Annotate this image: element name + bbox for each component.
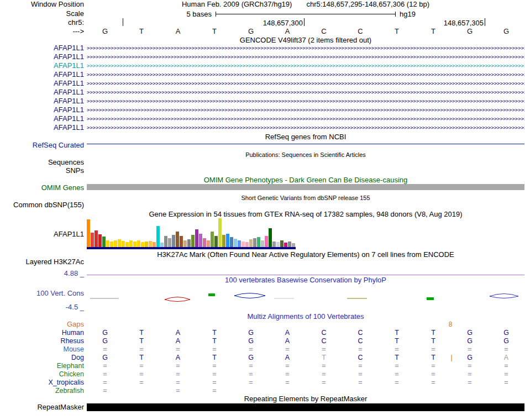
publications-snps-label[interactable]: SNPs [0,167,84,175]
gtex-tissue-bar [292,243,295,247]
ruler-tick [123,18,123,26]
gencode-track-title[interactable]: GENCODE V49lift37 (2 items filtered out) [87,36,524,44]
multiz-base-cell: T [207,354,222,361]
gtex-tissue-bar [156,226,160,247]
base-letter: T [133,28,150,35]
base-letter: T [425,28,442,35]
gencode-transcript-label[interactable]: AFAP1L1 [0,97,84,105]
gencode-transcript-label[interactable]: AFAP1L1 [0,62,84,70]
gtex-gene-label[interactable]: AFAP1L1 [0,230,84,238]
gtex-tissue-bar [87,219,90,247]
scale-value: 5 bases [138,10,212,18]
conservation-label[interactable]: 100 Vert. Cons [0,290,84,297]
gtex-gene-model[interactable] [87,247,296,249]
multiz-base-cell: G [244,354,258,361]
ruler-tick [304,18,305,26]
base-letter: A [279,28,296,35]
gencode-transcript-arrows[interactable]: >>>>>>>>>>>>>>>>>>>>>>>>>>>>>>>>>>>>>>>>… [87,98,524,104]
multiz-base-cell: = [171,387,185,395]
gencode-transcript-label[interactable]: AFAP1L1 [0,106,84,114]
repeatmasker-track-title[interactable]: Repeating Elements by RepeatMasker [87,395,524,403]
h3k27ac-signal-line [87,275,524,275]
h3k27ac-label[interactable]: Layered H3K27Ac [0,258,84,266]
gtex-tissue-bar [102,237,106,247]
gencode-transcript-arrows[interactable]: >>>>>>>>>>>>>>>>>>>>>>>>>>>>>>>>>>>>>>>>… [87,107,524,113]
multiz-base-cell: T [390,329,404,337]
repeatmasker-bar[interactable] [87,403,524,411]
gencode-transcript-arrows[interactable]: >>>>>>>>>>>>>>>>>>>>>>>>>>>>>>>>>>>>>>>>… [87,90,524,96]
refseq-track-title[interactable]: RefSeq genes from NCBI [87,133,524,141]
gencode-transcript-label[interactable]: AFAP1L1 [0,71,84,78]
window-position-label: Window Position [0,1,84,8]
coord-label-2: 148,657,305 [428,19,484,27]
repeatmasker-label[interactable]: RepeatMasker [0,403,84,411]
gencode-transcript-label[interactable]: AFAP1L1 [0,80,84,87]
multiz-species-label[interactable]: Rhesus [0,337,84,345]
gencode-transcript-arrows[interactable]: >>>>>>>>>>>>>>>>>>>>>>>>>>>>>>>>>>>>>>>>… [87,116,524,122]
gtex-tissue-bar [91,233,94,247]
h3k27ac-track-title[interactable]: H3K27Ac Mark (Often Found Near Active Re… [87,251,524,259]
multiz-base-cell: = [98,345,112,353]
multiz-base-cell: = [353,379,368,386]
gtex-tissue-bar [172,235,175,247]
gtex-tissue-bar [114,240,117,247]
multiz-species-label[interactable]: Human [0,329,84,337]
gencode-transcript-label[interactable]: AFAP1L1 [0,88,84,96]
multiz-base-cell: = [98,362,112,370]
multiz-species-label[interactable]: Elephant [0,362,84,370]
gencode-transcript-arrows[interactable]: >>>>>>>>>>>>>>>>>>>>>>>>>>>>>>>>>>>>>>>>… [87,45,524,51]
gencode-transcript-arrows[interactable]: >>>>>>>>>>>>>>>>>>>>>>>>>>>>>>>>>>>>>>>>… [87,63,524,69]
omim-track-title[interactable]: OMIM Gene Phenotypes - Dark Green Can Be… [87,176,524,184]
gtex-tissue-bar [153,242,156,247]
publications-track-title[interactable]: Publications: Sequences in Scientific Ar… [87,151,524,159]
gtex-tissue-bar [261,240,264,247]
gtex-tissue-bar [284,243,287,247]
dbsnp-label[interactable]: Common dbSNP(155) [0,201,84,209]
multiz-base-cell: = [134,345,149,353]
gtex-bars[interactable] [87,216,297,247]
multiz-species-label[interactable]: Chicken [0,370,84,378]
multiz-base-cell: = [353,362,368,370]
omim-genes-label[interactable]: OMIM Genes [0,184,84,192]
multiz-base-cell: = [98,387,112,395]
multiz-species-label[interactable]: Dog [0,354,84,361]
gtex-tissue-bar [110,242,113,247]
omim-gene-bar[interactable] [87,184,524,190]
base-letter: A [170,28,186,35]
multiz-track-title[interactable]: Multiz Alignments of 100 Vertebrates [87,313,524,321]
multiz-base-cell: = [390,345,404,353]
base-letter: C [316,28,332,35]
multiz-base-cell: G [463,337,477,345]
gencode-transcript-arrows[interactable]: >>>>>>>>>>>>>>>>>>>>>>>>>>>>>>>>>>>>>>>>… [87,54,524,60]
gencode-transcript-arrows[interactable]: >>>>>>>>>>>>>>>>>>>>>>>>>>>>>>>>>>>>>>>>… [87,125,524,131]
gencode-transcript-label[interactable]: AFAP1L1 [0,44,84,52]
gtex-tissue-bar [187,239,191,247]
gencode-transcript-arrows[interactable]: >>>>>>>>>>>>>>>>>>>>>>>>>>>>>>>>>>>>>>>>… [87,72,524,78]
gencode-transcript-label[interactable]: AFAP1L1 [0,124,84,132]
multiz-base-cell: A [171,329,185,337]
multiz-base-cell: C [353,354,368,361]
gencode-transcript-label[interactable]: AFAP1L1 [0,115,84,123]
gtex-tissue-bar [164,236,167,247]
gtex-tissue-bar [141,242,144,247]
multiz-base-cell: = [499,345,513,353]
conservation-track-title[interactable]: 100 vertebrates Basewise Conservation by… [87,276,524,284]
gtex-tissue-bar [106,240,109,247]
multiz-base-cell: G [98,329,112,337]
multiz-base-cell: = [463,379,477,386]
gencode-transcript-arrows[interactable]: >>>>>>>>>>>>>>>>>>>>>>>>>>>>>>>>>>>>>>>>… [87,81,524,87]
multiz-insert-marker: | [444,354,459,361]
assembly-short: hg19 [400,10,416,18]
refseq-curated-label[interactable]: RefSeq Curated [0,141,84,149]
gtex-tissue-bar [168,238,171,247]
multiz-species-label[interactable]: Mouse [0,345,84,353]
multiz-base-cell: G [244,329,258,337]
refseq-gene-line[interactable] [87,144,524,144]
publications-sequences-label[interactable]: Sequences [0,159,84,166]
gencode-transcript-label[interactable]: AFAP1L1 [0,53,84,61]
multiz-species-label[interactable]: Zebrafish [0,387,84,395]
gtex-tissue-bar [238,240,241,247]
multiz-base-cell: G [499,329,513,337]
dbsnp-track-title[interactable]: Short Genetic Variants from dbSNP releas… [87,194,524,202]
multiz-species-label[interactable]: X_tropicalis [0,379,84,386]
